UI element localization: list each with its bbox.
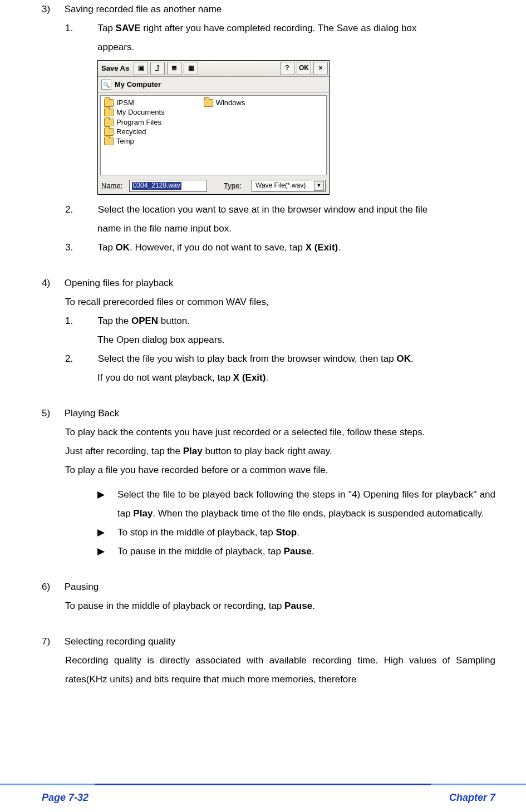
type-label: Type: [224,182,248,190]
s6-p1: To pause in the middle of playback or re… [65,597,495,616]
section-num: 3) [42,0,62,19]
save-as-dialog: Save As ▣ ⮥ ≣ ▦ ? OK × 🔍 My Computer IPS… [97,60,330,195]
s3-step2-cont: name in the file name input box. [97,219,495,238]
s5-bullet2: ▶ To stop in the middle of playback, tap… [97,523,495,542]
folder-item[interactable]: Temp [104,137,165,145]
name-label: Name: [101,182,126,190]
section-4-heading: 4) Opening files for playback [42,274,495,293]
s7-p1: Recording quality is directly associated… [65,651,495,689]
toolbar-list-icon[interactable]: ≣ [167,62,181,75]
section-3-heading: 3) Saving recorded file as another name [42,0,495,19]
s5-bullet1: ▶ Select the file to be played back foll… [97,485,495,523]
s5-p1: To play back the contents you have just … [65,423,495,442]
s5-p2: Just after recording, tap the Play butto… [65,442,495,461]
step-num: 3. [65,238,95,257]
folder-label: Program Files [116,119,161,126]
s3-step3: 3. Tap OK. However, if you do not want t… [65,238,495,257]
section-6-heading: 6) Pausing [42,578,495,597]
triangle-bullet-icon: ▶ [97,523,117,542]
s3-step1: 1. Tap SAVE right after you have complet… [65,19,495,38]
toolbar-disk-icon[interactable]: ▣ [134,62,148,75]
dialog-title: Save As [98,65,132,72]
search-icon: 🔍 [101,80,111,90]
page-number: Page 7-32 [42,788,89,808]
folder-item[interactable]: Program Files [104,119,165,126]
section-title: Saving recorded file as another name [65,4,222,14]
s3-step2: 2. Select the location you want to save … [65,200,495,219]
folder-icon [104,109,114,116]
page-footer: Page 7-32 Chapter 7 [0,784,526,808]
folder-icon [104,119,114,126]
file-browser[interactable]: IPSMMy DocumentsProgram FilesRecycledTem… [100,95,327,175]
folder-label: IPSM [116,99,134,107]
folder-label: Temp [116,137,134,145]
folder-item[interactable]: Recycled [104,128,165,136]
s5-bullet3: ▶ To pause in the middle of playback, ta… [97,542,495,561]
chapter-label: Chapter 7 [449,788,495,808]
s3-step1-cont: appears. [97,38,495,57]
folder-item[interactable]: Windows [204,99,245,107]
folder-label: Recycled [116,128,146,136]
s4-step2: 2. Select the file you wish to play back… [65,350,495,368]
help-button[interactable]: ? [280,62,294,75]
triangle-bullet-icon: ▶ [97,542,117,561]
filename-row: Name: 0304_2128.wav Type: Wave File(*.wa… [98,178,329,194]
step-num: 1. [65,19,95,38]
toolbar-details-icon[interactable]: ▦ [184,62,198,75]
folder-label: My Documents [116,109,165,116]
current-location: My Computer [115,81,161,88]
s4-step1: 1. Tap the OPEN button. [65,312,495,331]
filename-input[interactable]: 0304_2128.wav [129,180,207,192]
toolbar-up-icon[interactable]: ⮥ [150,62,165,75]
folder-icon [104,137,114,145]
filetype-select[interactable]: Wave File(*.wav) ▼ [252,180,326,192]
close-button[interactable]: × [313,62,328,75]
folder-icon [104,128,114,136]
step-num: 2. [65,200,95,219]
triangle-bullet-icon: ▶ [97,485,117,523]
folder-icon [204,99,213,107]
s4-step1-cont: The Open dialog box appears. [97,331,495,350]
section-5-heading: 5) Playing Back [42,404,495,423]
folder-label: Windows [216,99,245,107]
s4-intro: To recall prerecorded files or common WA… [65,293,495,312]
section-7-heading: 7) Selecting recording quality [42,632,495,651]
dialog-titlebar: Save As ▣ ⮥ ≣ ▦ ? OK × [98,61,329,77]
folder-item[interactable]: IPSM [104,99,165,107]
chevron-down-icon: ▼ [314,181,324,191]
folder-icon [104,99,114,107]
s4-step2-cont: If you do not want playback, tap X (Exit… [97,368,495,387]
ok-button[interactable]: OK [297,62,311,75]
s5-p3: To play a file you have recorded before … [65,461,495,480]
location-bar: 🔍 My Computer [98,77,329,93]
folder-item[interactable]: My Documents [104,109,165,116]
